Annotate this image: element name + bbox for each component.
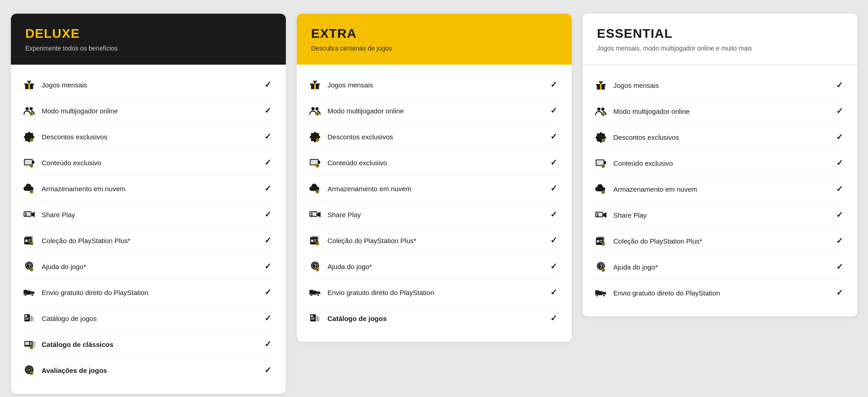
svg-point-3 [25,107,29,110]
feature-check-icon: ✓ [550,235,557,245]
feature-label: Envio gratuito direto do PlayStation [328,289,545,296]
gamehelp-icon: ? [594,260,608,274]
multiplayer-icon [594,104,608,118]
list-item: Armazenamento em nuvem✓ [594,176,843,202]
card-subtitle-essential: Jogos mensais, modo multijogador online … [597,45,843,52]
card-title-deluxe: DELUXE [25,26,271,41]
feature-label: Envio gratuito direto do PlayStation [42,289,259,296]
svg-point-54 [311,107,315,110]
svg-rect-9 [25,160,32,165]
content-icon [308,155,322,170]
shareplay-icon [594,208,608,222]
feature-check-icon: ✓ [264,106,271,116]
feature-label: Armazenamento em nuvem [42,185,259,193]
feature-label: Share Play [328,211,545,219]
feature-label: Conteúdo exclusivo [328,159,545,167]
card-deluxe: DELUXEExperimente todos os benefícios Jo… [11,14,286,394]
svg-rect-73 [314,241,316,242]
list-item: Catálogo de clássicos✓ [22,331,271,357]
list-item: Share Play✓ [308,202,557,228]
list-item: Armazenamento em nuvem✓ [22,176,271,202]
svg-rect-39 [25,342,29,345]
list-item: Jogos mensais✓ [308,72,557,98]
svg-rect-120 [595,290,599,292]
gift-icon [22,77,36,92]
feature-check-icon: ✓ [550,287,557,297]
svg-rect-117 [595,291,602,295]
list-item: Modo multijogador online✓ [594,98,843,124]
svg-point-80 [310,294,312,296]
svg-rect-105 [597,215,599,217]
feature-label: Jogos mensais [328,81,545,89]
svg-rect-44 [34,342,35,347]
card-subtitle-extra: Descubra centenas de jogos [311,45,557,52]
svg-rect-37 [32,317,34,322]
feature-label: Jogos mensais [42,81,259,89]
feature-label: Coleção do PlayStation Plus* [42,237,259,244]
svg-rect-67 [311,215,313,216]
features-list-deluxe: Jogos mensais✓ Modo multijogador online✓… [11,65,286,394]
catalog-icon [308,311,322,326]
feature-label: Envio gratuito direto do PlayStation [614,289,831,297]
collection-icon [594,234,608,248]
list-item: Descontos exclusivos✓ [308,124,557,150]
cloud-icon [22,181,36,196]
svg-rect-22 [28,241,30,242]
feature-check-icon: ✓ [836,158,843,168]
feature-check-icon: ✓ [264,80,271,90]
svg-point-30 [31,294,33,296]
cards-container: DELUXEExperimente todos os benefícios Jo… [11,14,858,394]
list-item: Descontos exclusivos✓ [22,124,271,150]
features-list-extra: Jogos mensais✓ Modo multijogador online✓… [297,65,572,342]
feature-label: Armazenamento em nuvem [614,185,831,193]
list-item: Conteúdo exclusivo✓ [594,150,843,176]
list-item: Descontos exclusivos✓ [594,124,843,150]
gamehelp-icon: ? [22,259,36,274]
card-title-extra: EXTRA [311,26,557,41]
svg-rect-16 [25,215,27,216]
discount-icon [308,129,322,144]
feature-check-icon: ✓ [836,132,843,142]
svg-rect-10 [32,161,34,164]
feature-label: Conteúdo exclusivo [614,159,831,167]
svg-rect-43 [32,341,34,346]
feature-check-icon: ✓ [264,209,271,219]
feature-check-icon: ✓ [264,183,271,193]
svg-rect-61 [318,161,320,164]
card-extra: EXTRADescubra centenas de jogos Jogos me… [297,14,572,342]
feature-check-icon: ✓ [264,235,271,245]
svg-rect-72 [314,239,316,240]
svg-rect-53 [314,83,316,89]
svg-rect-36 [30,316,32,321]
list-item: Coleção do PlayStation Plus*✓ [594,228,843,254]
svg-rect-87 [316,316,318,321]
multiplayer-icon [22,103,36,118]
svg-text:?: ? [599,264,602,269]
card-header-essential: ESSENTIALJogos mensais, modo multijogado… [583,14,858,65]
list-item: Modo multijogador online✓ [308,98,557,124]
trials-icon [22,363,36,377]
svg-rect-109 [597,240,599,242]
list-item: Envio gratuito direto do PlayStation✓ [594,280,843,305]
feature-check-icon: ✓ [836,106,843,116]
svg-marker-95 [595,132,606,143]
svg-point-29 [24,294,26,296]
feature-check-icon: ✓ [264,339,271,349]
svg-rect-71 [311,239,313,242]
feature-label: Share Play [42,211,259,219]
list-item: Modo multijogador online✓ [22,98,271,124]
gift-icon [594,78,608,92]
svg-rect-34 [25,318,29,318]
feature-check-icon: ✓ [836,262,843,272]
list-item: Coleção do PlayStation Plus*✓ [22,228,271,254]
list-item: Share Play✓ [22,202,271,228]
feature-check-icon: ✓ [264,261,271,271]
svg-point-15 [25,213,27,215]
discount-icon [594,130,608,144]
list-item: Catálogo de jogos✓ [22,305,271,331]
svg-rect-31 [23,290,27,291]
svg-rect-28 [23,291,30,295]
svg-rect-21 [28,239,30,240]
feature-label: Conteúdo exclusivo [42,159,259,167]
discount-icon [22,129,36,144]
